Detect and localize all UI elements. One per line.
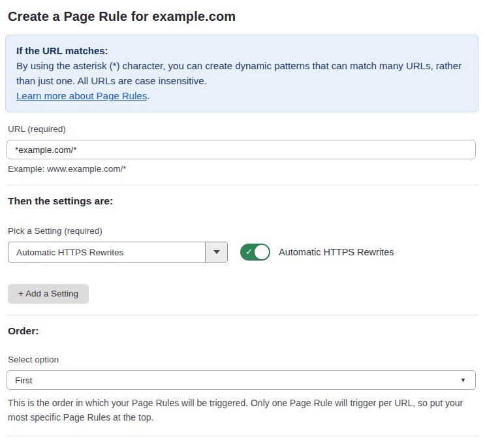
divider — [7, 315, 478, 315]
url-example-helper: Example: www.example.com/* — [8, 164, 478, 174]
add-setting-button[interactable]: + Add a Setting — [8, 284, 89, 304]
info-box-heading: If the URL matches: — [16, 43, 467, 58]
url-match-info-box: If the URL matches: By using the asteris… — [5, 35, 478, 112]
setting-dropdown[interactable]: Automatic HTTPS Rewrites — [8, 242, 228, 263]
check-icon: ✓ — [245, 246, 253, 258]
divider — [7, 436, 478, 436]
toggle-label: Automatic HTTPS Rewrites — [279, 247, 394, 257]
learn-more-link[interactable]: Learn more about Page Rules — [16, 90, 147, 101]
divider — [7, 185, 478, 185]
setting-toggle[interactable]: ✓ — [240, 244, 270, 261]
chevron-down-icon: ▼ — [460, 377, 466, 383]
dropdown-arrow-button[interactable] — [205, 242, 227, 262]
link-suffix: . — [147, 90, 149, 101]
setting-row: Automatic HTTPS Rewrites ✓ Automatic HTT… — [8, 242, 478, 263]
settings-heading: Then the settings are: — [8, 195, 478, 207]
order-helper: This is the order in which your Page Rul… — [8, 396, 478, 424]
toggle-knob — [255, 245, 269, 259]
order-select-value: First — [15, 376, 32, 385]
page-title: Create a Page Rule for example.com — [8, 9, 478, 24]
pick-setting-label: Pick a Setting (required) — [8, 226, 478, 236]
url-input[interactable] — [7, 140, 476, 159]
order-select[interactable]: First ▼ — [7, 370, 476, 390]
order-heading: Order: — [8, 325, 478, 337]
info-link-line: Learn more about Page Rules. — [16, 88, 467, 103]
create-page-rule-form: Create a Page Rule for example.com If th… — [0, 0, 485, 448]
setting-dropdown-value: Automatic HTTPS Rewrites — [8, 242, 205, 262]
url-label: URL (required) — [8, 124, 478, 134]
select-option-label: Select option — [8, 355, 478, 364]
chevron-down-icon — [213, 250, 220, 254]
info-box-body: By using the asterisk (*) character, you… — [16, 58, 467, 88]
